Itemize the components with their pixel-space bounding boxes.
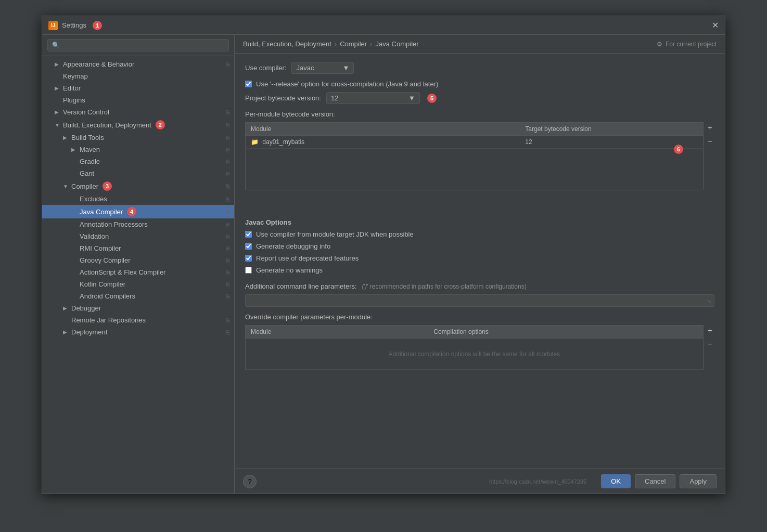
cross-compile-checkbox[interactable] xyxy=(245,81,252,87)
sidebar-item-annotation[interactable]: ▶ Annotation Processors ⎘ xyxy=(42,218,234,230)
sidebar-item-label: Build Tools xyxy=(71,134,104,141)
table-row[interactable]: 📁 day01_mybatis 12 xyxy=(246,136,704,149)
sidebar-item-label: Android Compilers xyxy=(80,292,135,300)
sidebar-item-remote-jar[interactable]: ▶ Remote Jar Repositories ⎘ xyxy=(42,314,234,326)
add-module-button[interactable]: + xyxy=(706,122,714,134)
content-area: Use compiler: Javac ▼ Use '--release' op… xyxy=(235,54,725,469)
cmd-params-input[interactable] xyxy=(245,294,714,307)
copy-icon: ⎘ xyxy=(226,61,230,68)
cancel-button[interactable]: Cancel xyxy=(635,474,675,488)
search-box xyxy=(42,35,234,56)
sidebar-tree: ▶ Appearance & Behavior ⎘ ▶ Keymap ▶ Edi… xyxy=(42,56,234,494)
sidebar-item-actionscript[interactable]: ▶ ActionScript & Flex Compiler ⎘ xyxy=(42,266,234,278)
sidebar-item-build-exec[interactable]: ▼ Build, Execution, Deployment 2 ⎘ xyxy=(42,118,234,132)
table-badge-6: 6 xyxy=(674,145,683,154)
arrow-icon: ▶ xyxy=(55,109,61,115)
sidebar-item-gant[interactable]: ▶ Gant ⎘ xyxy=(42,167,234,179)
col-module-header: Module xyxy=(246,123,520,136)
sidebar-item-label: Annotation Processors xyxy=(80,220,148,228)
cross-compile-row: Use '--release' option for cross-compila… xyxy=(245,80,714,88)
compiler-select[interactable]: Javac ▼ xyxy=(291,62,354,74)
deprecated-label: Report use of deprecated features xyxy=(256,254,359,262)
sidebar-item-label: Maven xyxy=(80,146,100,153)
cmd-params-label: Additional command line parameters: xyxy=(245,282,357,290)
sidebar-item-kotlin[interactable]: ▶ Kotlin Compiler ⎘ xyxy=(42,278,234,290)
sidebar-item-label: Excludes xyxy=(80,195,107,203)
close-button[interactable]: ✕ xyxy=(712,20,719,30)
title-bar-left: IJ Settings 1 xyxy=(48,21,102,30)
sidebar-item-label: Kotlin Compiler xyxy=(80,280,125,288)
override-table: Module Compilation options Additional co… xyxy=(245,325,704,370)
javac-option-module-target: Use compiler from module target JDK when… xyxy=(245,230,714,238)
sidebar-item-build-tools[interactable]: ▶ Build Tools ⎘ xyxy=(42,132,234,144)
arrow-icon: ▶ xyxy=(63,135,69,140)
bytecode-dropdown-arrow: ▼ xyxy=(408,94,415,102)
breadcrumb: Build, Execution, Deployment › Compiler … xyxy=(243,40,419,48)
module-target-checkbox[interactable] xyxy=(245,231,252,238)
remove-module-button[interactable]: − xyxy=(706,136,714,147)
dialog-badge: 1 xyxy=(93,21,102,30)
sidebar-item-version-control[interactable]: ▶ Version Control ⎘ xyxy=(42,106,234,118)
sidebar-item-validation[interactable]: ▶ Validation ⎘ xyxy=(42,230,234,242)
debug-info-label: Generate debugging info xyxy=(256,242,330,250)
bytecode-version-select[interactable]: 12 ▼ xyxy=(326,92,420,104)
override-module-header: Module xyxy=(246,326,429,339)
sidebar-item-debugger[interactable]: ▶ Debugger xyxy=(42,302,234,314)
sidebar-item-rmi[interactable]: ▶ RMI Compiler ⎘ xyxy=(42,242,234,254)
bytecode-badge: 5 xyxy=(427,94,437,103)
search-input[interactable] xyxy=(47,39,229,51)
copy-icon: ⎘ xyxy=(226,222,230,228)
breadcrumb-part2: Compiler xyxy=(340,40,367,48)
sidebar-item-label: Debugger xyxy=(71,304,101,312)
sidebar-item-java-compiler[interactable]: ▶ Java Compiler 4 ⎘ xyxy=(42,205,234,218)
sidebar: ▶ Appearance & Behavior ⎘ ▶ Keymap ▶ Edi… xyxy=(42,35,235,494)
sidebar-item-excludes[interactable]: ▶ Excludes ⎘ xyxy=(42,193,234,205)
help-button[interactable]: ? xyxy=(243,475,257,488)
dialog-title: Settings xyxy=(62,21,86,29)
ok-button[interactable]: OK xyxy=(601,474,631,488)
compiler-selected-value: Javac xyxy=(296,64,314,72)
module-folder-icon: 📁 xyxy=(251,138,259,146)
bytecode-version-row: Project bytecode version: 12 ▼ 5 xyxy=(245,92,714,104)
breadcrumb-part1: Build, Execution, Deployment xyxy=(243,40,331,48)
sidebar-item-plugins[interactable]: ▶ Plugins xyxy=(42,94,234,106)
per-module-label: Per-module bytecode version: xyxy=(245,110,714,118)
deprecated-checkbox[interactable] xyxy=(245,255,252,262)
use-compiler-row: Use compiler: Javac ▼ xyxy=(245,62,714,74)
sidebar-item-editor[interactable]: ▶ Editor xyxy=(42,82,234,94)
no-warnings-checkbox[interactable] xyxy=(245,267,252,274)
copy-icon: ⎘ xyxy=(226,257,230,264)
debug-info-checkbox[interactable] xyxy=(245,243,252,250)
apply-button[interactable]: Apply xyxy=(680,474,717,488)
sidebar-item-keymap[interactable]: ▶ Keymap xyxy=(42,70,234,82)
module-target-label: Use compiler from module target JDK when… xyxy=(256,230,414,238)
sidebar-item-compiler[interactable]: ▼ Compiler 3 ⎘ xyxy=(42,179,234,193)
copy-icon: ⎘ xyxy=(226,293,230,300)
remove-override-button[interactable]: − xyxy=(706,339,714,350)
bytecode-label: Project bytecode version: xyxy=(245,94,321,102)
sidebar-item-gradle[interactable]: ▶ Gradle ⎘ xyxy=(42,155,234,167)
add-override-button[interactable]: + xyxy=(706,325,714,336)
per-module-table-wrapper: Module Target bytecode version 📁 day01_m… xyxy=(245,122,714,199)
col-version-header: Target bytecode version xyxy=(520,123,703,136)
sidebar-item-groovy[interactable]: ▶ Groovy Compiler ⎘ xyxy=(42,254,234,266)
footer-url: https://blog.csdn.net/weixin_46047285 xyxy=(489,478,586,485)
copy-icon: ⎘ xyxy=(226,122,230,128)
sidebar-item-label: Compiler xyxy=(71,183,98,190)
sidebar-item-deployment[interactable]: ▶ Deployment ⎘ xyxy=(42,326,234,338)
title-bar: IJ Settings 1 ✕ xyxy=(42,16,725,35)
dialog-body: ▶ Appearance & Behavior ⎘ ▶ Keymap ▶ Edi… xyxy=(42,35,725,494)
sidebar-item-label: RMI Compiler xyxy=(80,244,121,252)
sidebar-item-label: Validation xyxy=(80,232,109,240)
override-hint: Additional compilation options will be t… xyxy=(251,346,698,362)
breadcrumb-part3: Java Compiler xyxy=(376,40,419,48)
sidebar-item-label: Java Compiler xyxy=(80,208,123,216)
dropdown-arrow-icon: ▼ xyxy=(343,64,350,72)
sidebar-item-label: Gradle xyxy=(80,158,100,165)
breadcrumb-bar: Build, Execution, Deployment › Compiler … xyxy=(235,35,725,54)
copy-icon: ⎘ xyxy=(226,329,230,335)
sidebar-item-maven[interactable]: ▶ Maven ⎘ xyxy=(42,144,234,155)
sidebar-item-android[interactable]: ▶ Android Compilers ⎘ xyxy=(42,290,234,302)
compiler-badge: 3 xyxy=(103,181,112,191)
sidebar-item-appearance[interactable]: ▶ Appearance & Behavior ⎘ xyxy=(42,58,234,70)
